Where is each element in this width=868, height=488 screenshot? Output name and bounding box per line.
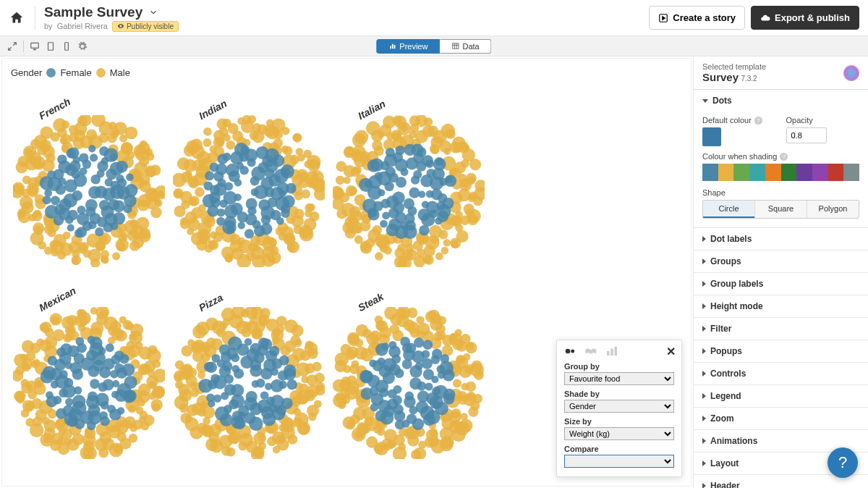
mobile-icon[interactable] [61,41,72,51]
group-by-select[interactable]: Favourite food [564,372,674,385]
svg-point-224 [106,168,118,180]
home-icon[interactable] [9,10,25,26]
shade-by-select[interactable]: Gender [564,400,674,413]
create-story-button[interactable]: Create a story [649,6,745,30]
svg-point-1237 [429,428,437,436]
section-groups[interactable]: Groups [694,251,868,272]
svg-point-97 [135,146,150,161]
svg-point-405 [205,171,214,180]
palette-swatch[interactable] [812,164,828,181]
opacity-input[interactable] [786,127,827,143]
svg-point-1248 [346,375,356,384]
legend-female: Female [60,67,91,78]
svg-point-518 [443,239,450,246]
section-dots[interactable]: Dots [694,90,868,112]
tablet-icon[interactable] [46,41,56,51]
section-group-labels[interactable]: Group labels [694,273,868,295]
section-popups[interactable]: Popups [694,340,868,362]
svg-point-890 [111,391,119,398]
template-thumb[interactable] [843,65,859,81]
section-filter[interactable]: Filter [694,318,868,340]
svg-point-1240 [384,429,397,442]
svg-point-570 [348,186,357,195]
close-icon[interactable]: ✕ [666,345,676,358]
svg-point-357 [283,146,292,155]
svg-rect-11 [394,45,396,49]
svg-point-475 [435,252,443,260]
shape-polygon[interactable]: Polygon [807,201,859,218]
palette-swatch[interactable] [749,164,765,181]
svg-point-68 [101,250,110,258]
settings-sidebar: Selected template Survey 7.3.2 Dots Defa… [693,56,868,488]
svg-rect-1374 [607,351,610,356]
svg-point-76 [33,222,44,234]
palette-swatch[interactable] [828,164,844,181]
svg-point-1125 [231,353,239,362]
page-title[interactable]: Sample Survey [44,4,142,20]
help-button[interactable]: ? [827,447,858,478]
svg-point-692 [411,175,420,184]
svg-point-1160 [366,436,378,447]
palette-swatch[interactable] [781,164,797,181]
shading-palette[interactable] [702,164,859,181]
legend-dot-female [46,68,56,77]
svg-point-237 [85,198,98,211]
map-mode-icon[interactable] [584,346,599,356]
palette-swatch[interactable] [843,164,859,181]
svg-point-1115 [271,379,284,392]
desktop-icon[interactable] [30,41,40,51]
svg-point-354 [252,130,264,143]
preview-tab[interactable]: Preview [376,39,440,54]
svg-point-184 [89,145,96,152]
help-icon[interactable]: ? [780,153,788,161]
bar-mode-icon[interactable] [605,346,619,356]
expand-icon[interactable] [7,41,17,51]
svg-point-320 [274,130,283,139]
shape-square[interactable]: Square [754,201,807,218]
legend-male: Male [110,67,130,78]
author-link[interactable]: Gabriel Rivera [57,22,108,30]
palette-swatch[interactable] [765,164,781,181]
svg-point-1084 [205,361,217,373]
palette-swatch[interactable] [702,164,718,181]
svg-point-422 [237,222,244,229]
section-height-mode[interactable]: Height mode [694,295,868,317]
svg-rect-10 [392,44,393,49]
svg-point-173 [75,229,83,237]
export-publish-button[interactable]: Export & publish [751,6,859,30]
compare-label: Compare [564,445,674,453]
data-tab[interactable]: Data [440,39,491,54]
svg-rect-1376 [615,347,618,356]
palette-swatch[interactable] [796,164,812,181]
legend-title: Gender [11,67,42,78]
size-by-label: Size by [564,417,674,426]
svg-point-1148 [468,406,478,416]
section-zoom[interactable]: Zoom [694,408,868,429]
size-by-select[interactable]: Weight (kg) [564,427,674,440]
svg-point-457 [224,182,233,190]
visibility-badge[interactable]: Publicly visible [112,21,179,32]
help-icon[interactable]: ? [754,117,762,125]
svg-point-533 [343,177,350,184]
section-controls[interactable]: Controls [694,363,868,384]
svg-point-724 [51,316,60,324]
svg-point-177 [43,195,51,204]
group-by-label: Group by [564,362,674,371]
compare-select[interactable] [564,455,674,468]
svg-point-866 [119,353,129,363]
shape-circle[interactable]: Circle [703,201,754,218]
palette-swatch[interactable] [733,164,749,181]
svg-point-240 [91,174,101,185]
section-legend[interactable]: Legend [694,385,868,407]
chevron-down-icon[interactable] [148,7,158,17]
svg-point-116 [32,211,42,221]
svg-point-382 [226,140,235,149]
gear-icon[interactable] [77,41,88,51]
palette-swatch[interactable] [718,164,734,181]
dots-mode-icon[interactable] [564,346,579,356]
section-dot-labels[interactable]: Dot labels [694,228,868,250]
svg-point-171 [95,227,104,236]
default-colour-swatch[interactable] [702,127,721,146]
svg-point-1144 [250,364,262,376]
svg-point-1343 [415,400,428,413]
